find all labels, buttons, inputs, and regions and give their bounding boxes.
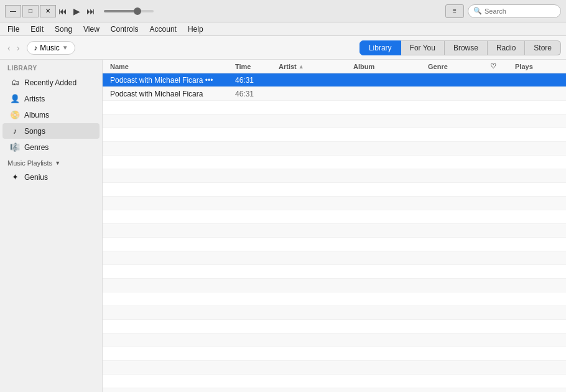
songs-label: Songs [24, 127, 45, 136]
albums-icon: 📀 [10, 110, 20, 119]
sidebar-item-genius[interactable]: ✦ Genius [2, 169, 100, 185]
empty-row [103, 156, 566, 169]
tab-store[interactable]: Store [525, 40, 561, 55]
minimize-icon: — [10, 7, 16, 14]
forward-button[interactable]: ⏭ [85, 5, 96, 17]
sidebar-item-recently-added[interactable]: 🗂 Recently Added [2, 75, 100, 90]
row-name: Podcast with Michael Ficara [110, 90, 235, 98]
empty-row [103, 169, 566, 183]
minimize-button[interactable]: — [5, 5, 21, 17]
transport-controls: ⏮ ▶ ⏭ [57, 5, 154, 17]
empty-row [103, 265, 566, 279]
sidebar-item-albums[interactable]: 📀 Albums [2, 107, 100, 123]
window-controls: — □ ✕ [5, 5, 56, 17]
rewind-button[interactable]: ⏮ [57, 5, 68, 17]
volume-slider[interactable] [104, 10, 154, 12]
header-time: Time [235, 63, 279, 70]
header-plays: Plays [515, 63, 559, 70]
music-note-icon: ♪ [34, 44, 37, 52]
empty-row [103, 361, 566, 375]
empty-row [103, 128, 566, 142]
close-icon: ✕ [45, 7, 50, 14]
genius-icon: ✦ [10, 172, 20, 182]
dropdown-arrow-icon: ▼ [62, 44, 68, 51]
header-album: Album [353, 63, 428, 70]
sort-arrow-icon: ▲ [299, 63, 304, 70]
back-button[interactable]: ‹ [5, 42, 13, 54]
play-button[interactable]: ▶ [72, 5, 81, 17]
title-bar-right: ≡ 🔍 [445, 4, 561, 18]
empty-row [103, 114, 566, 128]
tab-browse[interactable]: Browse [445, 40, 488, 55]
header-genre: Genre [428, 63, 490, 70]
tab-library[interactable]: Library [360, 40, 401, 55]
nav-bar: ‹ › ♪ Music ▼ Library For You Browse Rad… [0, 36, 566, 60]
maximize-icon: □ [29, 7, 32, 14]
maximize-button[interactable]: □ [22, 5, 39, 17]
genres-label: Genres [24, 143, 49, 152]
library-section-label: Library [0, 60, 102, 74]
table-row[interactable]: Podcast with Michael Ficara ••• 46:31 [103, 73, 566, 87]
songs-icon: ♪ [10, 126, 20, 136]
empty-row [103, 101, 566, 114]
empty-row [103, 306, 566, 320]
empty-row [103, 251, 566, 265]
genius-label: Genius [24, 173, 48, 182]
recently-added-label: Recently Added [24, 78, 77, 87]
menu-view[interactable]: View [78, 24, 104, 35]
location-label: Music [40, 44, 59, 52]
artists-label: Artists [24, 95, 45, 103]
close-button[interactable]: ✕ [40, 5, 56, 17]
sidebar: Library 🗂 Recently Added 👤 Artists 📀 Alb… [0, 60, 103, 392]
menu-song[interactable]: Song [50, 24, 77, 35]
empty-row [103, 375, 566, 388]
menu-account[interactable]: Account [145, 24, 182, 35]
table-row[interactable]: Podcast with Michael Ficara 46:31 [103, 87, 566, 101]
empty-row [103, 347, 566, 361]
sidebar-item-songs[interactable]: ♪ Songs [2, 123, 100, 139]
search-input[interactable] [485, 7, 555, 15]
location-dropdown[interactable]: ♪ Music ▼ [27, 41, 75, 55]
playlists-section[interactable]: Music Playlists ▼ [0, 156, 102, 169]
genres-icon: 🎼 [10, 142, 20, 152]
empty-row [103, 320, 566, 334]
tab-radio[interactable]: Radio [488, 40, 525, 55]
tab-for-you[interactable]: For You [401, 40, 445, 55]
empty-row [103, 279, 566, 292]
main-layout: Library 🗂 Recently Added 👤 Artists 📀 Alb… [0, 60, 566, 392]
menu-bar: File Edit Song View Controls Account Hel… [0, 22, 566, 36]
nav-tabs: Library For You Browse Radio Store [360, 40, 561, 55]
volume-thumb [134, 7, 141, 15]
empty-row [103, 388, 566, 392]
menu-controls[interactable]: Controls [106, 24, 144, 35]
menu-file[interactable]: File [2, 24, 24, 35]
menu-button[interactable]: ≡ [445, 4, 464, 18]
table-header: Name Time Artist ▲ Album Genre ♡ Plays [103, 60, 566, 73]
artists-icon: 👤 [10, 94, 20, 103]
empty-row [103, 238, 566, 251]
content-area: Name Time Artist ▲ Album Genre ♡ Plays [103, 60, 566, 392]
row-name: Podcast with Michael Ficara ••• [110, 76, 235, 85]
sidebar-item-genres[interactable]: 🎼 Genres [2, 139, 100, 155]
header-heart: ♡ [490, 62, 515, 70]
menu-edit[interactable]: Edit [26, 24, 49, 35]
header-artist[interactable]: Artist ▲ [279, 63, 353, 70]
playlists-chevron-icon: ▼ [55, 160, 60, 166]
empty-row [103, 292, 566, 306]
search-box[interactable]: 🔍 [468, 4, 561, 18]
empty-row [103, 183, 566, 197]
menu-icon: ≡ [453, 7, 457, 14]
sidebar-item-artists[interactable]: 👤 Artists [2, 91, 100, 106]
playlists-label: Music Playlists [7, 159, 52, 167]
row-time: 46:31 [235, 90, 279, 98]
title-bar: — □ ✕ ⏮ ▶ ⏭ ≡ 🔍 [0, 0, 566, 22]
forward-button[interactable]: › [14, 42, 22, 54]
empty-row [103, 210, 566, 224]
empty-row [103, 224, 566, 238]
table-body: Podcast with Michael Ficara ••• 46:31 Po… [103, 73, 566, 392]
empty-row [103, 334, 566, 347]
menu-help[interactable]: Help [183, 24, 208, 35]
empty-row [103, 142, 566, 156]
row-time: 46:31 [235, 76, 279, 85]
header-name: Name [110, 63, 235, 70]
